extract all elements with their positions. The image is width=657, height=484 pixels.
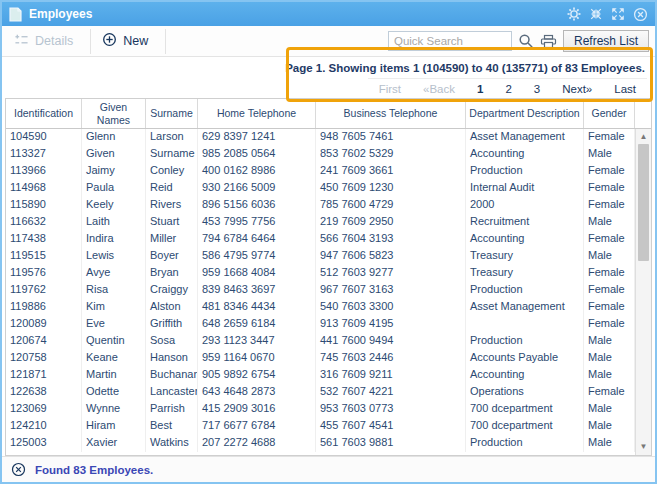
scrollbar-thumb[interactable] [638,144,649,261]
pager-page[interactable]: 3 [523,83,551,95]
table-cell: Bryan [146,265,198,282]
new-button[interactable]: New [96,29,160,53]
table-cell: 512 7603 9277 [316,265,466,282]
table-row[interactable]: 122638OdetteLancaster643 4648 2873532 76… [6,384,651,401]
gear-icon[interactable] [567,7,581,21]
table-row[interactable]: 124210HiramBest717 6677 6784455 7607 454… [6,418,651,435]
pagination-zone: Page 1. Showing items 1 (104590) to 40 (… [2,57,655,98]
table-cell: Female [584,316,635,333]
table-cell: Larson [146,129,198,146]
table-cell: Griffith [146,316,198,333]
table-cell: Conley [146,163,198,180]
column-header[interactable]: Department Description [466,99,584,128]
table-cell: Quentin [82,333,146,350]
table-cell: Operations [466,384,584,401]
table-cell [466,316,584,333]
table-row[interactable]: 117438IndiraMiller794 6784 6464566 7604 … [6,231,651,248]
pager-first[interactable]: First [368,83,412,95]
pager-next[interactable]: Next» [551,83,603,95]
column-header[interactable]: Surname [146,99,198,128]
table-cell: Female [584,180,635,197]
refresh-list-button[interactable]: Refresh List [563,30,649,52]
table-cell: Male [584,350,635,367]
table-cell: Laith [82,214,146,231]
table-row[interactable]: 113966JaimyConley400 0162 8986241 7609 3… [6,163,651,180]
table-cell: Alston [146,299,198,316]
table-cell: Production [466,435,584,452]
scroll-up-icon[interactable]: ▲ [636,129,651,143]
table-row[interactable]: 121871MartinBuchanan905 9892 6754316 760… [6,367,651,384]
table-row[interactable]: 114968PaulaReid930 2166 5009450 7609 123… [6,180,651,197]
table-cell: 700 dcepartment [466,401,584,418]
table-cell: Craiggy [146,282,198,299]
table-row[interactable]: 113327GivenSurname985 2085 0564853 7602 … [6,146,651,163]
table-row[interactable]: 104590GlennLarson629 8397 1241948 7605 7… [6,129,651,146]
table-row[interactable]: 119515LewisBoyer586 4795 9774947 7606 58… [6,248,651,265]
employees-grid: IdentificationGiven NamesSurnameHome Tel… [5,98,652,456]
close-icon[interactable] [633,7,648,22]
table-cell: 116632 [6,214,82,231]
scroll-down-icon[interactable]: ▼ [636,439,651,453]
table-cell: Female [584,265,635,282]
window-title: Employees [29,7,92,21]
arrows-out-icon[interactable] [611,7,625,21]
table-cell: Hanson [146,350,198,367]
table-cell: 959 1668 4084 [198,265,316,282]
table-row[interactable]: 120089EveGriffith648 2659 6184913 7609 4… [6,316,651,333]
table-cell: 120089 [6,316,82,333]
pager-page[interactable]: 1 [466,83,494,95]
search-icon[interactable] [518,33,534,49]
table-cell: Watkins [146,435,198,452]
table-cell: Kim [82,299,146,316]
table-cell: Glenn [82,129,146,146]
vertical-scrollbar[interactable]: ▲ ▼ [635,129,651,455]
table-cell: 119576 [6,265,82,282]
table-row[interactable]: 116632LaithStuart453 7995 7756219 7609 2… [6,214,651,231]
table-cell: 2000 [466,197,584,214]
table-row[interactable]: 123069WynneParrish415 2909 3016953 7603 … [6,401,651,418]
table-cell: Boyer [146,248,198,265]
table-row[interactable]: 115890KeelyRivers896 5156 6036785 7600 4… [6,197,651,214]
table-row[interactable]: 125003XavierWatkins207 2272 4688561 7603… [6,435,651,452]
column-header[interactable]: Business Telephone [316,99,466,128]
table-cell: Male [584,435,635,452]
table-cell: Asset Management [466,299,584,316]
table-cell: 481 8346 4434 [198,299,316,316]
dismiss-icon[interactable] [11,462,26,477]
pager-last[interactable]: Last [603,83,647,95]
table-row[interactable]: 119886KimAlston481 8346 4434540 7603 330… [6,299,651,316]
column-header[interactable]: Home Telephone [198,99,316,128]
table-cell: Internal Audit [466,180,584,197]
table-cell: Eve [82,316,146,333]
pager: First «Back 123 Next» Last [368,78,647,95]
table-cell: 745 7603 2446 [316,350,466,367]
table-row[interactable]: 120758KeaneHanson959 1164 0670745 7603 2… [6,350,651,367]
quick-search-input[interactable] [388,31,512,51]
table-cell: 453 7995 7756 [198,214,316,231]
details-button[interactable]: Details [8,30,85,53]
toolbar-separator [165,29,166,54]
table-cell: Female [584,129,635,146]
column-header[interactable]: Given Names [82,99,146,128]
table-cell: Keane [82,350,146,367]
table-cell: Best [146,418,198,435]
table-cell: 117438 [6,231,82,248]
table-row[interactable]: 120674QuentinSosa293 1123 3447441 7600 9… [6,333,651,350]
header-spacer [635,99,651,128]
table-cell: Female [584,299,635,316]
table-row[interactable]: 119576AvyeBryan959 1668 4084512 7603 927… [6,265,651,282]
table-row[interactable]: 119762RisaCraiggy839 8463 3697967 7607 3… [6,282,651,299]
column-header[interactable]: Identification [6,99,82,128]
table-cell: 985 2085 0564 [198,146,316,163]
new-label: New [123,34,148,48]
pager-page[interactable]: 2 [494,83,522,95]
table-cell: 400 0162 8986 [198,163,316,180]
table-cell: Production [466,333,584,350]
table-cell: Hiram [82,418,146,435]
table-cell: 415 2909 3016 [198,401,316,418]
pager-back[interactable]: «Back [412,83,466,95]
printer-icon[interactable] [540,34,557,49]
arrows-in-icon[interactable] [589,7,603,21]
table-cell: 124210 [6,418,82,435]
column-header[interactable]: Gender [584,99,635,128]
